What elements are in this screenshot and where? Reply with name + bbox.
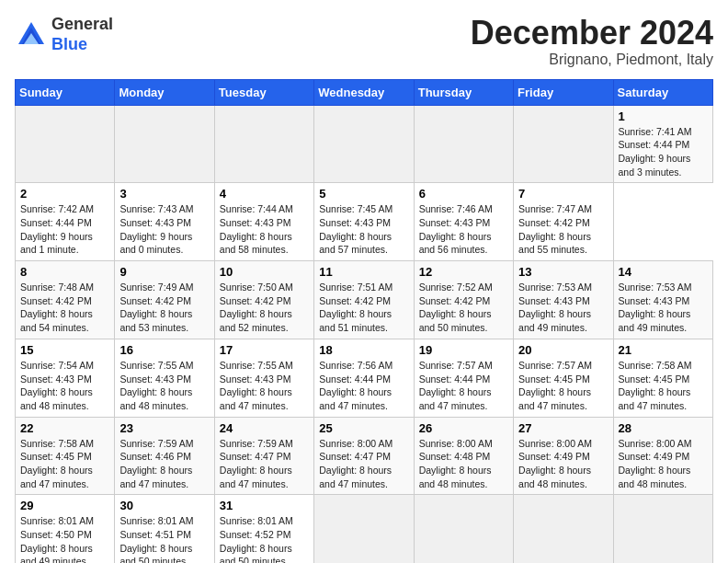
day-number: 12 bbox=[419, 265, 508, 279]
calendar-week-row: 8Sunrise: 7:48 AMSunset: 4:42 PMDaylight… bbox=[16, 261, 713, 339]
calendar-day-cell: 16Sunrise: 7:55 AMSunset: 4:43 PMDayligh… bbox=[115, 339, 214, 417]
day-info: Sunrise: 8:00 AMSunset: 4:49 PMDaylight:… bbox=[619, 437, 708, 491]
day-number: 28 bbox=[619, 421, 708, 435]
calendar-day-cell: 6Sunrise: 7:46 AMSunset: 4:43 PMDaylight… bbox=[414, 183, 513, 261]
day-number: 21 bbox=[619, 343, 708, 357]
weekday-header-wednesday: Wednesday bbox=[314, 79, 414, 105]
calendar-day-cell: 31Sunrise: 8:01 AMSunset: 4:52 PMDayligh… bbox=[214, 495, 313, 563]
day-info: Sunrise: 7:57 AMSunset: 4:45 PMDaylight:… bbox=[518, 359, 608, 413]
day-info: Sunrise: 7:58 AMSunset: 4:45 PMDaylight:… bbox=[20, 437, 109, 491]
calendar-day-cell: 19Sunrise: 7:57 AMSunset: 4:44 PMDayligh… bbox=[414, 339, 513, 417]
day-number: 22 bbox=[20, 421, 109, 435]
day-number: 2 bbox=[20, 187, 109, 201]
day-number: 11 bbox=[319, 265, 408, 279]
day-info: Sunrise: 7:45 AMSunset: 4:43 PMDaylight:… bbox=[319, 202, 408, 257]
calendar-day-cell: 3Sunrise: 7:43 AMSunset: 4:43 PMDaylight… bbox=[115, 183, 214, 261]
day-number: 18 bbox=[319, 343, 408, 357]
calendar-day-cell: 10Sunrise: 7:50 AMSunset: 4:42 PMDayligh… bbox=[214, 261, 313, 339]
day-number: 6 bbox=[419, 187, 508, 201]
weekday-header-monday: Monday bbox=[115, 79, 214, 105]
calendar-week-row: 1Sunrise: 7:41 AMSunset: 4:44 PMDaylight… bbox=[16, 105, 713, 183]
empty-cell bbox=[115, 105, 214, 183]
day-info: Sunrise: 8:01 AMSunset: 4:51 PMDaylight:… bbox=[119, 514, 209, 563]
day-info: Sunrise: 7:42 AMSunset: 4:44 PMDaylight:… bbox=[20, 202, 109, 257]
logo-general-text: General bbox=[51, 15, 113, 33]
calendar-week-row: 29Sunrise: 8:01 AMSunset: 4:50 PMDayligh… bbox=[16, 495, 713, 563]
day-info: Sunrise: 7:56 AMSunset: 4:44 PMDaylight:… bbox=[319, 359, 408, 413]
day-number: 16 bbox=[119, 343, 209, 357]
day-info: Sunrise: 8:00 AMSunset: 4:47 PMDaylight:… bbox=[319, 437, 408, 491]
calendar-day-cell: 20Sunrise: 7:57 AMSunset: 4:45 PMDayligh… bbox=[514, 339, 613, 417]
empty-cell bbox=[16, 105, 115, 183]
weekday-header-sunday: Sunday bbox=[16, 79, 115, 105]
day-info: Sunrise: 7:48 AMSunset: 4:42 PMDaylight:… bbox=[20, 281, 109, 335]
calendar-day-cell: 18Sunrise: 7:56 AMSunset: 4:44 PMDayligh… bbox=[314, 339, 414, 417]
day-info: Sunrise: 7:58 AMSunset: 4:45 PMDaylight:… bbox=[619, 359, 708, 413]
day-number: 8 bbox=[20, 265, 109, 279]
calendar-day-cell: 11Sunrise: 7:51 AMSunset: 4:42 PMDayligh… bbox=[314, 261, 414, 339]
calendar-day-cell: 13Sunrise: 7:53 AMSunset: 4:43 PMDayligh… bbox=[514, 261, 613, 339]
month-title: December 2024 bbox=[471, 15, 713, 52]
day-info: Sunrise: 7:50 AMSunset: 4:42 PMDaylight:… bbox=[220, 281, 309, 335]
day-info: Sunrise: 7:46 AMSunset: 4:43 PMDaylight:… bbox=[419, 202, 508, 257]
weekday-header-thursday: Thursday bbox=[414, 79, 513, 105]
day-number: 31 bbox=[220, 499, 309, 512]
day-number: 23 bbox=[119, 421, 209, 435]
day-info: Sunrise: 7:44 AMSunset: 4:43 PMDaylight:… bbox=[220, 202, 309, 257]
day-number: 29 bbox=[20, 499, 109, 512]
calendar-week-row: 2Sunrise: 7:42 AMSunset: 4:44 PMDaylight… bbox=[16, 183, 713, 261]
calendar-day-cell: 25Sunrise: 8:00 AMSunset: 4:47 PMDayligh… bbox=[314, 417, 414, 495]
day-number: 3 bbox=[119, 187, 209, 201]
day-number: 15 bbox=[20, 343, 109, 357]
calendar-day-cell: 27Sunrise: 8:00 AMSunset: 4:49 PMDayligh… bbox=[514, 417, 613, 495]
calendar-week-row: 22Sunrise: 7:58 AMSunset: 4:45 PMDayligh… bbox=[16, 417, 713, 495]
calendar-table: SundayMondayTuesdayWednesdayThursdayFrid… bbox=[15, 79, 713, 563]
day-number: 14 bbox=[619, 265, 708, 279]
day-info: Sunrise: 7:57 AMSunset: 4:44 PMDaylight:… bbox=[419, 359, 508, 413]
calendar-week-row: 15Sunrise: 7:54 AMSunset: 4:43 PMDayligh… bbox=[16, 339, 713, 417]
day-info: Sunrise: 8:01 AMSunset: 4:52 PMDaylight:… bbox=[220, 514, 309, 563]
empty-cell bbox=[314, 105, 414, 183]
empty-cell bbox=[613, 495, 712, 563]
calendar-body: 1Sunrise: 7:41 AMSunset: 4:44 PMDaylight… bbox=[16, 105, 713, 563]
calendar-day-cell: 30Sunrise: 8:01 AMSunset: 4:51 PMDayligh… bbox=[115, 495, 214, 563]
calendar-day-cell: 7Sunrise: 7:47 AMSunset: 4:42 PMDaylight… bbox=[514, 183, 613, 261]
calendar-day-cell: 1Sunrise: 7:41 AMSunset: 4:44 PMDaylight… bbox=[613, 105, 712, 183]
day-number: 17 bbox=[220, 343, 309, 357]
day-number: 7 bbox=[518, 187, 608, 201]
day-number: 5 bbox=[319, 187, 408, 201]
calendar-day-cell: 24Sunrise: 7:59 AMSunset: 4:47 PMDayligh… bbox=[214, 417, 313, 495]
calendar-day-cell: 26Sunrise: 8:00 AMSunset: 4:48 PMDayligh… bbox=[414, 417, 513, 495]
day-number: 19 bbox=[419, 343, 508, 357]
day-info: Sunrise: 7:59 AMSunset: 4:47 PMDaylight:… bbox=[220, 437, 309, 491]
weekday-header-tuesday: Tuesday bbox=[214, 79, 313, 105]
day-info: Sunrise: 7:52 AMSunset: 4:42 PMDaylight:… bbox=[419, 281, 508, 335]
calendar-day-cell: 5Sunrise: 7:45 AMSunset: 4:43 PMDaylight… bbox=[314, 183, 414, 261]
day-info: Sunrise: 7:53 AMSunset: 4:43 PMDaylight:… bbox=[518, 281, 608, 335]
day-number: 13 bbox=[518, 265, 608, 279]
weekday-header-friday: Friday bbox=[514, 79, 613, 105]
day-info: Sunrise: 7:55 AMSunset: 4:43 PMDaylight:… bbox=[119, 359, 209, 413]
location: Brignano, Piedmont, Italy bbox=[471, 52, 713, 68]
calendar-day-cell: 4Sunrise: 7:44 AMSunset: 4:43 PMDaylight… bbox=[214, 183, 313, 261]
title-block: December 2024 Brignano, Piedmont, Italy bbox=[471, 15, 713, 68]
day-number: 26 bbox=[419, 421, 508, 435]
page-header: General Blue December 2024 Brignano, Pie… bbox=[15, 15, 713, 68]
day-info: Sunrise: 7:53 AMSunset: 4:43 PMDaylight:… bbox=[619, 281, 708, 335]
empty-cell bbox=[414, 495, 513, 563]
calendar-day-cell: 15Sunrise: 7:54 AMSunset: 4:43 PMDayligh… bbox=[16, 339, 115, 417]
weekday-header-saturday: Saturday bbox=[613, 79, 712, 105]
calendar-day-cell: 17Sunrise: 7:55 AMSunset: 4:43 PMDayligh… bbox=[214, 339, 313, 417]
day-info: Sunrise: 7:43 AMSunset: 4:43 PMDaylight:… bbox=[119, 202, 209, 257]
logo: General Blue bbox=[15, 15, 113, 54]
empty-cell bbox=[214, 105, 313, 183]
day-number: 30 bbox=[119, 499, 209, 512]
day-number: 27 bbox=[518, 421, 608, 435]
day-number: 4 bbox=[220, 187, 309, 201]
weekday-row: SundayMondayTuesdayWednesdayThursdayFrid… bbox=[16, 79, 713, 105]
logo-blue-text: Blue bbox=[51, 35, 87, 53]
day-info: Sunrise: 7:41 AMSunset: 4:44 PMDaylight:… bbox=[619, 125, 708, 179]
calendar-day-cell: 8Sunrise: 7:48 AMSunset: 4:42 PMDaylight… bbox=[16, 261, 115, 339]
empty-cell bbox=[314, 495, 414, 563]
day-info: Sunrise: 7:47 AMSunset: 4:42 PMDaylight:… bbox=[518, 202, 608, 257]
